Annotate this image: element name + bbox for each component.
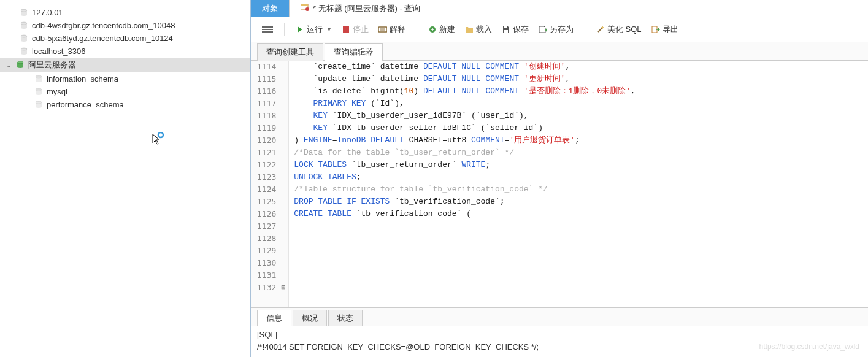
tree-item-label: mysql bbox=[47, 87, 67, 96]
fold-gutter: ⊟ bbox=[280, 61, 289, 307]
svg-rect-26 bbox=[504, 26, 507, 28]
new-button[interactable]: 新建 bbox=[424, 22, 459, 37]
tree-item[interactable]: ⌄阿里云服务器 bbox=[0, 58, 250, 72]
svg-rect-27 bbox=[504, 30, 508, 33]
tree-item[interactable]: localhost_3306 bbox=[0, 45, 250, 58]
beautify-label: 美化 SQL bbox=[607, 24, 642, 35]
new-label: 新建 bbox=[439, 24, 455, 35]
saveas-icon bbox=[539, 25, 547, 34]
code-area[interactable]: `create_time` datetime DEFAULT NULL COMM… bbox=[289, 61, 868, 307]
connection-tree: 127.0.01cdb-4wsdfgbr.gz.tencentcdb.com_1… bbox=[0, 0, 250, 357]
stop-button[interactable]: 停止 bbox=[338, 22, 372, 37]
database-off-icon bbox=[20, 47, 28, 56]
schema-icon bbox=[34, 88, 43, 96]
schema-icon bbox=[34, 101, 43, 109]
tree-item-label: performance_schema bbox=[47, 100, 124, 109]
tree-item-label: information_schema bbox=[47, 74, 118, 83]
tree-item[interactable]: cdb-4wsdfgbr.gz.tencentcdb.com_10048 bbox=[0, 19, 250, 32]
output-panel: [SQL] /*!40014 SET FOREIGN_KEY_CHECKS=@O… bbox=[251, 326, 868, 357]
query-icon bbox=[301, 4, 309, 13]
play-icon bbox=[296, 25, 304, 34]
schema-icon bbox=[34, 75, 43, 83]
svg-rect-19 bbox=[343, 26, 349, 33]
explain-button[interactable]: 解释 bbox=[375, 22, 409, 37]
tree-item[interactable]: information_schema bbox=[0, 72, 250, 85]
tree-item[interactable]: mysql bbox=[0, 85, 250, 98]
tree-item-label: 127.0.01 bbox=[32, 8, 63, 17]
dropdown-icon: ▼ bbox=[326, 26, 332, 33]
load-button[interactable]: 载入 bbox=[461, 22, 496, 37]
save-icon bbox=[502, 25, 510, 34]
separator bbox=[417, 23, 417, 36]
database-off-icon bbox=[20, 34, 28, 43]
tree-item-label: cdb-5jxa6tyd.gz.tencentcdb.com_10124 bbox=[32, 34, 173, 43]
tree-item[interactable]: cdb-5jxa6tyd.gz.tencentcdb.com_10124 bbox=[0, 32, 250, 45]
output-line-1: [SQL] bbox=[257, 329, 862, 341]
export-icon bbox=[651, 25, 660, 34]
editor: 1114111511161117111811191120112111221123… bbox=[251, 60, 868, 307]
tree-item[interactable]: 127.0.01 bbox=[0, 6, 250, 19]
svg-rect-17 bbox=[301, 4, 308, 6]
explain-icon bbox=[378, 25, 387, 34]
status-tab[interactable]: 信息 bbox=[257, 310, 291, 326]
main-panel: 对象* 无标题 (阿里云服务器) - 查询 运行 ▼ 停止 解释 新建 载入 bbox=[250, 0, 868, 357]
status-tab[interactable]: 状态 bbox=[328, 310, 363, 326]
query-tabs: 查询创建工具查询编辑器 bbox=[251, 42, 868, 60]
database-on-icon bbox=[16, 61, 25, 69]
toolbar: 运行 ▼ 停止 解释 新建 载入 保存 另存为 bbox=[251, 17, 868, 42]
saveas-button[interactable]: 另存为 bbox=[535, 22, 577, 37]
stop-icon bbox=[342, 25, 350, 34]
tab-label: * 无标题 (阿里云服务器) - 查询 bbox=[313, 3, 421, 14]
separator bbox=[585, 23, 585, 36]
document-tabs: 对象* 无标题 (阿里云服务器) - 查询 bbox=[251, 0, 868, 17]
hamburger-icon bbox=[262, 25, 273, 34]
tree-item[interactable]: performance_schema bbox=[0, 98, 250, 111]
stop-label: 停止 bbox=[353, 24, 369, 35]
separator bbox=[284, 23, 285, 36]
svg-rect-20 bbox=[378, 27, 387, 32]
save-label: 保存 bbox=[513, 24, 529, 35]
save-button[interactable]: 保存 bbox=[498, 22, 532, 37]
chevron-down-icon: ⌄ bbox=[6, 62, 12, 69]
tree-item-label: localhost_3306 bbox=[32, 47, 85, 56]
export-button[interactable]: 导出 bbox=[648, 22, 682, 37]
explain-label: 解释 bbox=[390, 24, 405, 35]
menu-button[interactable] bbox=[258, 23, 277, 36]
database-off-icon bbox=[20, 21, 28, 30]
document-tab[interactable]: 对象 bbox=[251, 0, 290, 17]
database-off-icon bbox=[20, 9, 28, 17]
document-tab[interactable]: * 无标题 (阿里云服务器) - 查询 bbox=[290, 0, 432, 17]
run-label: 运行 bbox=[307, 24, 323, 35]
tree-item-label: cdb-4wsdfgbr.gz.tencentcdb.com_10048 bbox=[32, 21, 175, 30]
status-tab[interactable]: 概况 bbox=[293, 310, 327, 326]
svg-point-18 bbox=[305, 7, 309, 11]
run-button[interactable]: 运行 ▼ bbox=[292, 22, 336, 37]
tree-item-label: 阿里云服务器 bbox=[28, 60, 76, 71]
query-subtab[interactable]: 查询创建工具 bbox=[257, 43, 323, 61]
load-label: 载入 bbox=[476, 24, 492, 35]
export-label: 导出 bbox=[663, 24, 678, 35]
query-subtab[interactable]: 查询编辑器 bbox=[325, 43, 383, 61]
saveas-label: 另存为 bbox=[550, 24, 574, 35]
folder-icon bbox=[465, 25, 474, 34]
wand-icon bbox=[596, 25, 605, 34]
svg-rect-29 bbox=[652, 26, 657, 33]
tab-label: 对象 bbox=[262, 3, 278, 14]
line-gutter: 1114111511161117111811191120112111221123… bbox=[251, 61, 280, 307]
output-line-2: /*!40014 SET FOREIGN_KEY_CHECKS=@OLD_FOR… bbox=[257, 341, 862, 353]
fold-icon[interactable]: ⊟ bbox=[281, 284, 286, 290]
status-tabs: 信息概况状态 bbox=[251, 307, 868, 326]
new-icon bbox=[428, 25, 437, 34]
beautify-button[interactable]: 美化 SQL bbox=[593, 22, 645, 37]
